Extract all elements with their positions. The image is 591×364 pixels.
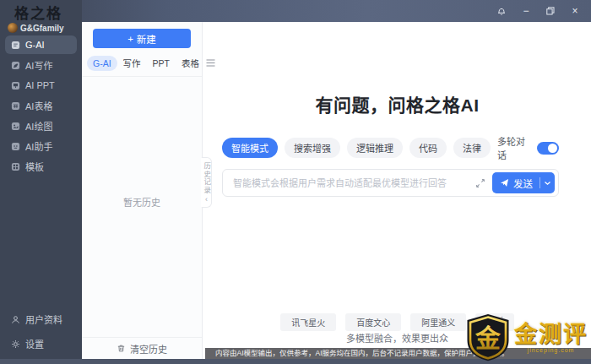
app-title: 格之格 [14,2,62,23]
clear-history-button[interactable]: 清空历史 [82,337,202,359]
sidebar-item-ai-writing[interactable]: AI写作 [5,56,77,74]
multi-turn-label: 多轮对话 [497,134,532,161]
content-card: + 新建 G-AI 写作 PPT 表格 暂无历史 清空历史 历史记录 ‹ 有问题… [82,22,591,359]
history-panel: + 新建 G-AI 写作 PPT 表格 暂无历史 清空历史 历史记录 ‹ [82,22,203,359]
window-controls: − × [496,0,581,22]
history-collapse-tab[interactable]: 历史记录 ‹ [201,157,212,208]
brand-logo-icon [8,23,18,33]
chevron-down-icon [544,181,551,186]
tab-ppt[interactable]: PPT [147,56,176,71]
sidebar-item-templates[interactable]: 模板 [5,157,77,176]
new-chat-button[interactable]: + 新建 [93,29,191,48]
mode-controls-row: 智能模式 搜索增强 逻辑推理 代码 法律 多轮对话 [222,134,559,161]
chevron-left-icon: ‹ [205,195,208,204]
brand-row: G&Gfamily [8,23,64,33]
model-badge-ali[interactable]: 阿里通义 [410,313,466,331]
chat-input[interactable] [231,177,472,189]
gear-icon [11,340,20,349]
sidebar-item-g-ai[interactable]: G-AI [5,35,77,54]
minimize-button[interactable]: − [520,5,532,17]
ai-writing-icon [11,61,20,70]
ai-draw-icon [11,122,20,131]
watermark-text: 金测评 [514,323,588,346]
sidebar-item-user-profile[interactable]: 用户资料 [11,312,62,326]
sidebar-menu: G-AI AI写作 AI PPT AI表格 AI绘图 AI助手 模板 [0,35,82,177]
sidebar-item-ai-table[interactable]: AI表格 [5,96,77,115]
chat-input-bar: 发送 [222,169,559,197]
user-icon [11,315,20,324]
send-options-button[interactable] [540,181,555,186]
template-icon [11,162,20,171]
watermark: 金 金测评 jinceping.com [464,312,588,363]
sidebar-item-ai-ppt[interactable]: AI PPT [5,76,77,95]
ai-ppt-icon [11,81,20,90]
expand-input-icon[interactable] [475,178,485,188]
mode-smart[interactable]: 智能模式 [222,138,278,158]
divider [82,76,202,77]
history-empty-text: 暂无历史 [82,195,202,209]
mode-logic-reasoning[interactable]: 逻辑推理 [347,138,403,158]
mode-law[interactable]: 法律 [453,138,491,158]
sidebar-item-ai-draw[interactable]: AI绘图 [5,117,77,135]
close-button[interactable]: × [569,5,581,17]
plus-icon: + [127,34,133,44]
watermark-subtext: jinceping.com [528,347,575,353]
svg-text:金: 金 [474,324,501,352]
main-area: 有问题，问格之格AI 智能模式 搜索增强 逻辑推理 代码 法律 多轮对话 发送 [203,22,591,359]
mode-search-enhanced[interactable]: 搜索增强 [285,138,340,158]
gai-icon [11,41,20,50]
ai-assistant-icon [11,142,20,151]
paper-plane-icon [500,178,509,187]
trash-icon [117,344,126,353]
tab-writing[interactable]: 写作 [117,54,147,72]
toggle-knob [548,144,557,153]
sidebar-item-settings[interactable]: 设置 [11,337,62,350]
multi-turn-toggle[interactable] [537,142,559,155]
mode-code[interactable]: 代码 [409,138,447,158]
sidebar: 格之格 G&Gfamily G-AI AI写作 AI PPT AI表格 AI绘图… [0,0,82,364]
gold-shield-icon: 金 [464,312,512,363]
history-tabs: G-AI 写作 PPT 表格 [87,54,198,72]
sidebar-footer: 用户资料 设置 [11,312,62,350]
maximize-button[interactable] [545,5,556,17]
model-badge-baidu[interactable]: 百度文心 [345,313,401,331]
page-title: 有问题，问格之格AI [203,91,591,117]
tab-table[interactable]: 表格 [176,54,205,72]
send-button[interactable]: 发送 [492,177,539,190]
sidebar-item-ai-assistant[interactable]: AI助手 [5,137,77,155]
send-button-group: 发送 [492,172,555,193]
multi-turn-group: 多轮对话 [497,134,559,161]
tab-g-ai[interactable]: G-AI [87,56,117,71]
brand-name: G&Gfamily [20,24,64,33]
notification-bell-icon[interactable] [496,5,507,17]
ai-table-icon [11,101,20,111]
model-badge-xunfei[interactable]: 讯飞星火 [280,313,336,331]
